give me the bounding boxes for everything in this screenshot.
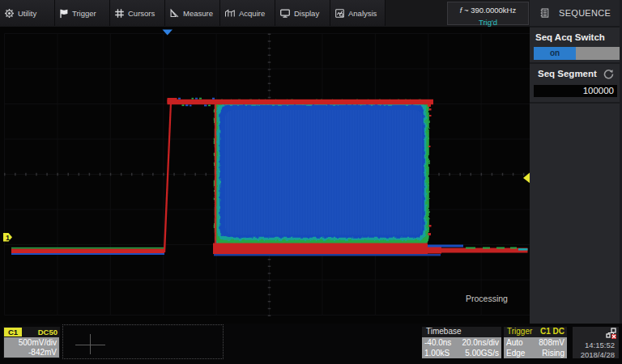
svg-text:1: 1 bbox=[6, 234, 10, 242]
svg-text:Processing: Processing bbox=[466, 294, 508, 303]
